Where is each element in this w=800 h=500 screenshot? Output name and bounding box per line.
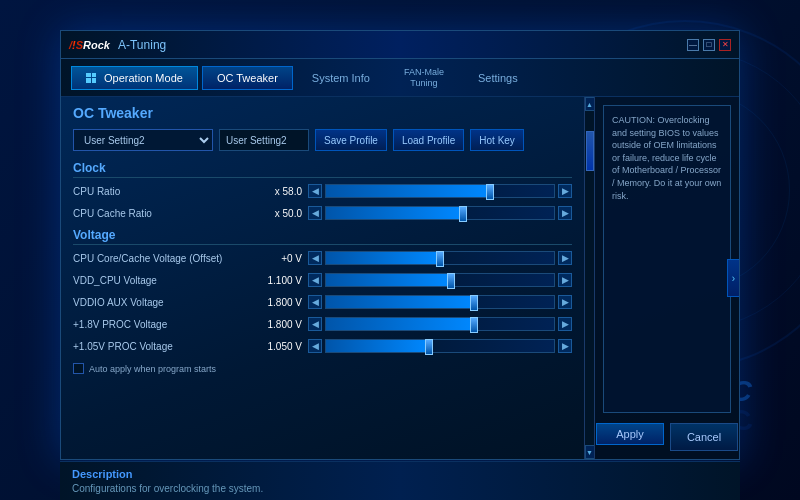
vdd-cpu-voltage-increment[interactable]: ▶ (558, 273, 572, 287)
load-profile-button[interactable]: Load Profile (393, 129, 464, 151)
vdd-cpu-voltage-row: VDD_CPU Voltage 1.100 V ◀ ▶ (73, 271, 572, 289)
proc-1v05-voltage-value: 1.050 V (253, 341, 308, 352)
cpu-core-voltage-decrement[interactable]: ◀ (308, 251, 322, 265)
tab-operation-mode-label: Operation Mode (104, 72, 183, 84)
cpu-core-voltage-track[interactable] (325, 251, 555, 265)
proc-1v8-voltage-increment[interactable]: ▶ (558, 317, 572, 331)
vddio-aux-voltage-label: VDDIO AUX Voltage (73, 297, 253, 308)
profile-dropdown[interactable]: User Setting2 User Setting1 Default (73, 129, 213, 151)
description-title: Description (72, 468, 728, 480)
tab-fan-tuning-label: FAN-MaleTuning (404, 67, 444, 89)
scrollbar[interactable]: ▲ ▼ (584, 97, 594, 459)
vddio-aux-voltage-increment[interactable]: ▶ (558, 295, 572, 309)
cpu-core-voltage-label: CPU Core/Cache Voltage (Offset) (73, 253, 253, 264)
cpu-core-voltage-increment[interactable]: ▶ (558, 251, 572, 265)
auto-apply-row: Auto apply when program starts (73, 363, 572, 374)
proc-1v05-voltage-row: +1.05V PROC Voltage 1.050 V ◀ ▶ (73, 337, 572, 355)
cpu-ratio-row: CPU Ratio x 58.0 ◀ ▶ (73, 182, 572, 200)
grid-icon (86, 73, 96, 83)
cpu-cache-ratio-increment[interactable]: ▶ (558, 206, 572, 220)
info-panel: CAUTION: Overclocking and setting BIOS t… (594, 97, 739, 459)
apply-button[interactable]: Apply (596, 423, 664, 445)
scroll-thumb[interactable] (586, 131, 594, 171)
cpu-cache-ratio-row: CPU Cache Ratio x 50.0 ◀ ▶ (73, 204, 572, 222)
cpu-ratio-label: CPU Ratio (73, 186, 253, 197)
scroll-down-button[interactable]: ▼ (585, 445, 595, 459)
cpu-cache-ratio-label: CPU Cache Ratio (73, 208, 253, 219)
maximize-button[interactable]: □ (703, 39, 715, 51)
proc-1v05-voltage-track[interactable] (325, 339, 555, 353)
vdd-cpu-voltage-track[interactable] (325, 273, 555, 287)
clock-section-title: Clock (73, 161, 572, 178)
voltage-section-title: Voltage (73, 228, 572, 245)
brand-logo: /!SRock (69, 39, 110, 51)
proc-1v8-voltage-row: +1.8V PROC Voltage 1.800 V ◀ ▶ (73, 315, 572, 333)
proc-1v8-voltage-track[interactable] (325, 317, 555, 331)
profile-name-input[interactable] (219, 129, 309, 151)
cpu-ratio-increment[interactable]: ▶ (558, 184, 572, 198)
tab-oc-tweaker-label: OC Tweaker (217, 72, 278, 84)
minimize-button[interactable]: — (687, 39, 699, 51)
proc-1v05-voltage-increment[interactable]: ▶ (558, 339, 572, 353)
hot-key-button[interactable]: Hot Key (470, 129, 524, 151)
description-text: Configurations for overclocking the syst… (72, 483, 728, 494)
main-window: /!SRock A-Tuning — □ ✕ Operation Mode OC… (60, 30, 740, 460)
scroll-track (586, 111, 594, 445)
auto-apply-label: Auto apply when program starts (89, 364, 216, 374)
vddio-aux-voltage-row: VDDIO AUX Voltage 1.800 V ◀ ▶ (73, 293, 572, 311)
tab-system-info-label: System Info (312, 72, 370, 84)
tab-oc-tweaker[interactable]: OC Tweaker (202, 66, 293, 90)
cpu-ratio-decrement[interactable]: ◀ (308, 184, 322, 198)
expand-chevron[interactable]: › (727, 259, 740, 297)
close-button[interactable]: ✕ (719, 39, 731, 51)
cpu-ratio-value: x 58.0 (253, 186, 308, 197)
proc-1v8-voltage-decrement[interactable]: ◀ (308, 317, 322, 331)
vdd-cpu-voltage-value: 1.100 V (253, 275, 308, 286)
cpu-cache-ratio-value: x 50.0 (253, 208, 308, 219)
warning-text: CAUTION: Overclocking and setting BIOS t… (603, 105, 731, 413)
vddio-aux-voltage-value: 1.800 V (253, 297, 308, 308)
tab-settings-label: Settings (478, 72, 518, 84)
tab-fan-tuning[interactable]: FAN-MaleTuning (389, 61, 459, 95)
vdd-cpu-voltage-decrement[interactable]: ◀ (308, 273, 322, 287)
cpu-cache-ratio-track[interactable] (325, 206, 555, 220)
tab-settings[interactable]: Settings (463, 66, 533, 90)
tab-system-info[interactable]: System Info (297, 66, 385, 90)
cpu-core-voltage-row: CPU Core/Cache Voltage (Offset) +0 V ◀ ▶ (73, 249, 572, 267)
cpu-core-voltage-value: +0 V (253, 253, 308, 264)
profile-row: User Setting2 User Setting1 Default Save… (73, 129, 572, 151)
description-bar: Description Configurations for overclock… (60, 461, 740, 500)
title-bar: /!SRock A-Tuning — □ ✕ (61, 31, 739, 59)
proc-1v8-voltage-label: +1.8V PROC Voltage (73, 319, 253, 330)
proc-1v05-voltage-label: +1.05V PROC Voltage (73, 341, 253, 352)
auto-apply-checkbox[interactable] (73, 363, 84, 374)
cpu-ratio-track[interactable] (325, 184, 555, 198)
action-buttons: Apply Cancel (596, 423, 738, 451)
nav-bar: Operation Mode OC Tweaker System Info FA… (61, 59, 739, 97)
vddio-aux-voltage-decrement[interactable]: ◀ (308, 295, 322, 309)
main-panel: OC Tweaker User Setting2 User Setting1 D… (61, 97, 584, 459)
proc-1v05-voltage-decrement[interactable]: ◀ (308, 339, 322, 353)
page-title: OC Tweaker (73, 105, 572, 121)
cpu-cache-ratio-decrement[interactable]: ◀ (308, 206, 322, 220)
scroll-up-button[interactable]: ▲ (585, 97, 595, 111)
vddio-aux-voltage-track[interactable] (325, 295, 555, 309)
proc-1v8-voltage-value: 1.800 V (253, 319, 308, 330)
app-name: A-Tuning (118, 38, 166, 52)
save-profile-button[interactable]: Save Profile (315, 129, 387, 151)
vdd-cpu-voltage-label: VDD_CPU Voltage (73, 275, 253, 286)
tab-operation-mode[interactable]: Operation Mode (71, 66, 198, 90)
cancel-button[interactable]: Cancel (670, 423, 738, 451)
